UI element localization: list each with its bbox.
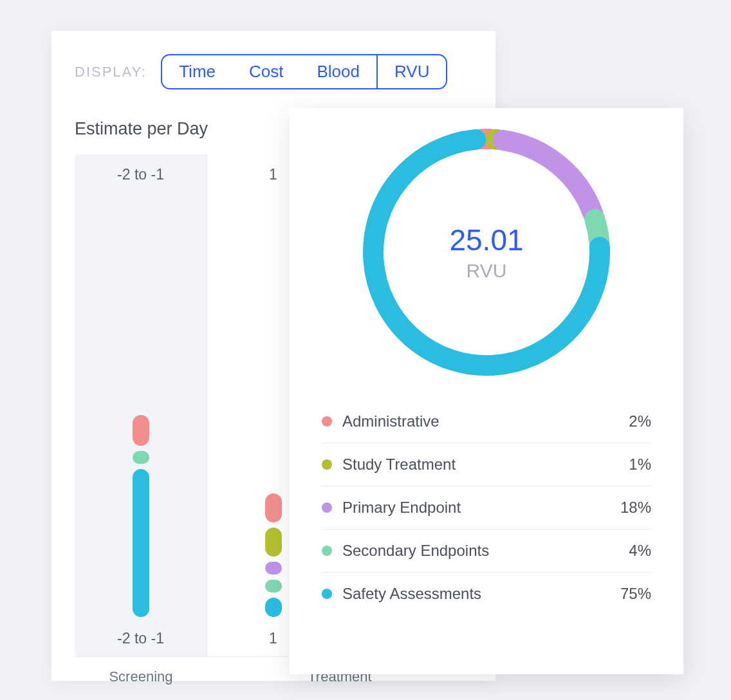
legend-percent: 75% [620, 585, 651, 603]
donut-chart: 25.01 RVU [358, 124, 615, 381]
legend-row: Primary Endpoint18% [322, 486, 651, 530]
stacked-bar [133, 415, 149, 617]
legend-dot-icon [322, 502, 332, 513]
donut-center: 25.01 RVU [358, 124, 615, 381]
legend-label: Secondary Endpoints [342, 542, 489, 560]
legend-left: Safety Assessments [322, 585, 481, 603]
legend-left: Primary Endpoint [322, 499, 461, 517]
legend-left: Study Treatment [322, 456, 456, 474]
donut-legend: Administrative2%Study Treatment1%Primary… [322, 400, 651, 615]
bar-segment [133, 415, 149, 446]
display-tab-time[interactable]: Time [162, 55, 232, 88]
display-tab-cost[interactable]: Cost [232, 55, 300, 88]
col-footer-label: -2 to -1 [75, 621, 207, 656]
bar-segment [265, 598, 282, 617]
legend-percent: 18% [620, 499, 651, 517]
legend-left: Administrative [322, 412, 440, 430]
legend-dot-icon [322, 589, 332, 599]
bar-segment [265, 493, 282, 522]
display-segmented-control: TimeCostBloodRVU [161, 54, 447, 89]
bar-segment [265, 580, 282, 593]
legend-label: Safety Assessments [342, 585, 481, 603]
legend-dot-icon [322, 416, 332, 427]
display-tab-rvu[interactable]: RVU [376, 55, 446, 88]
legend-row: Administrative2% [322, 400, 651, 443]
bar-segment [265, 528, 282, 557]
bar-segment [133, 469, 149, 617]
display-label: DISPLAY: [75, 64, 147, 80]
legend-percent: 2% [629, 412, 651, 430]
breakdown-card: 25.01 RVU Administrative2%Study Treatmen… [290, 108, 683, 674]
group-label: Screening [75, 656, 207, 685]
col-body [75, 195, 207, 621]
legend-label: Study Treatment [342, 456, 456, 474]
donut-value: 25.01 [449, 223, 523, 257]
legend-row: Study Treatment1% [322, 443, 651, 486]
display-tab-blood[interactable]: Blood [300, 55, 376, 88]
legend-row: Safety Assessments75% [322, 573, 651, 615]
legend-percent: 4% [629, 542, 651, 560]
display-tabs-row: DISPLAY: TimeCostBloodRVU [75, 54, 472, 89]
legend-left: Secondary Endpoints [322, 542, 489, 560]
donut-unit: RVU [467, 260, 507, 282]
stacked-bar [265, 493, 282, 617]
legend-dot-icon [322, 459, 332, 470]
legend-label: Administrative [342, 412, 440, 430]
bar-column: -2 to -1-2 to -1 [75, 154, 207, 656]
legend-dot-icon [322, 546, 332, 556]
legend-label: Primary Endpoint [342, 499, 461, 517]
legend-row: Secondary Endpoints4% [322, 530, 651, 573]
bar-segment [133, 451, 149, 464]
bar-segment [265, 562, 282, 575]
legend-percent: 1% [629, 456, 651, 474]
col-header: -2 to -1 [75, 154, 207, 195]
